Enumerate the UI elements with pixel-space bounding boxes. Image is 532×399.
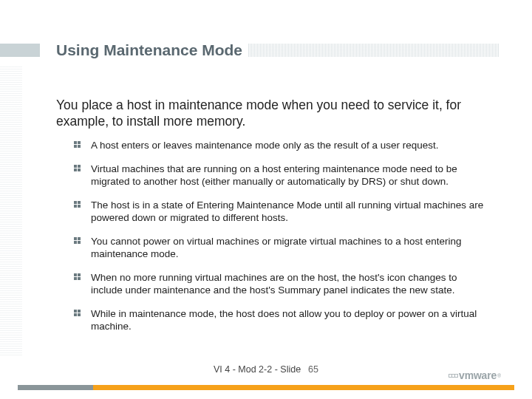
bullet-text: The host is in a state of Entering Maint… [91, 199, 485, 225]
vmware-logo: vmware® [449, 369, 501, 381]
bottom-accent-bar [18, 385, 514, 390]
bullet-icon [74, 165, 81, 171]
list-item: You cannot power on virtual machines or … [74, 235, 485, 261]
bullet-text: While in maintenance mode, the host does… [91, 307, 485, 333]
intro-text: You place a host in maintenance mode whe… [56, 98, 488, 130]
title-accent-right [248, 44, 499, 57]
bullet-text: A host enters or leaves maintenance mode… [91, 139, 439, 152]
slide-title: Using Maintenance Mode [56, 41, 248, 59]
bullet-icon [74, 237, 81, 244]
bar-segment-gray [18, 385, 93, 390]
slide: Using Maintenance Mode You place a host … [0, 0, 532, 399]
title-accent-left [0, 44, 40, 57]
bullet-icon [74, 273, 81, 280]
list-item: Virtual machines that are running on a h… [74, 163, 485, 188]
bar-segment-orange [93, 385, 514, 390]
title-bar: Using Maintenance Mode [0, 41, 532, 59]
list-item: The host is in a state of Entering Maint… [74, 199, 485, 225]
list-item: When no more running virtual machines ar… [74, 271, 485, 297]
left-accent-dots [0, 66, 22, 356]
bullet-icon [74, 310, 81, 316]
registered-icon: ® [497, 373, 501, 378]
logo-boxes-icon [449, 374, 457, 378]
page-number: 65 [308, 364, 318, 375]
bullet-icon [74, 141, 81, 148]
bullet-text: You cannot power on virtual machines or … [91, 235, 485, 261]
bullet-text: When no more running virtual machines ar… [91, 271, 485, 297]
footer-label: VI 4 - Mod 2-2 - Slide [214, 364, 301, 375]
list-item: While in maintenance mode, the host does… [74, 307, 485, 333]
list-item: A host enters or leaves maintenance mode… [74, 139, 485, 152]
bullet-text: Virtual machines that are running on a h… [91, 163, 485, 188]
bullet-icon [74, 201, 81, 208]
bullet-list: A host enters or leaves maintenance mode… [74, 139, 485, 344]
logo-text: vmware [459, 369, 497, 381]
